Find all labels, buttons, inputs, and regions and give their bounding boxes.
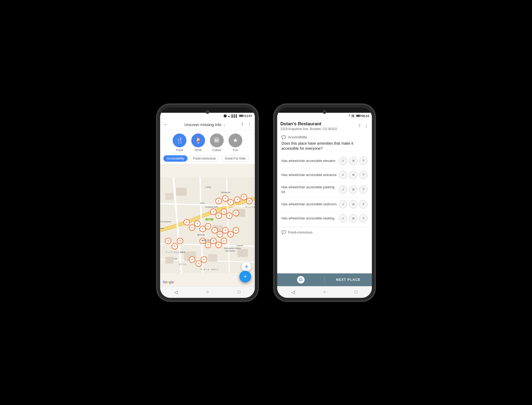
seating-yes-btn[interactable]: ✓ bbox=[339, 214, 347, 223]
wifi-icon: ▲ bbox=[228, 114, 231, 118]
seating-unknown-btn[interactable]: ? bbox=[359, 214, 368, 223]
more-icon-p2[interactable]: ⋮ bbox=[364, 123, 369, 128]
svg-text:+: + bbox=[219, 232, 221, 236]
p2-card: 💬 Accessibility Does this place have ame… bbox=[277, 132, 372, 273]
svg-rect-14 bbox=[237, 249, 248, 257]
restroom-yes-btn[interactable]: ✓ bbox=[339, 200, 347, 208]
elevator-unknown-btn[interactable]: ? bbox=[359, 157, 368, 165]
entrance-no-btn[interactable]: ✕ bbox=[349, 171, 358, 179]
category-culture[interactable]: 🏛 Culture bbox=[210, 133, 224, 152]
fun-label: Fun bbox=[233, 148, 238, 152]
parking-no-btn[interactable]: ✕ bbox=[349, 185, 358, 194]
google-g-icon: G bbox=[297, 276, 305, 283]
svg-text:+: + bbox=[167, 239, 169, 243]
restroom-unknown-btn[interactable]: ? bbox=[359, 200, 368, 208]
svg-text:Maruyama Coffee: Maruyama Coffee bbox=[224, 247, 241, 249]
recents-nav-button[interactable]: □ bbox=[234, 287, 244, 297]
more-icon[interactable]: ⋮ bbox=[247, 122, 252, 127]
back-button[interactable]: ← bbox=[163, 122, 168, 127]
food-icon: 🍴 bbox=[176, 137, 183, 144]
map-area[interactable]: + + + + + + bbox=[160, 164, 255, 286]
home-nav-button[interactable]: ○ bbox=[202, 287, 213, 297]
food-label: Food bbox=[176, 148, 183, 152]
page-title-text: Uncover missing info bbox=[184, 122, 221, 127]
p2-header-row: Dolan's Restaurant 2319 Arapahoe Ave, Bo… bbox=[277, 119, 372, 132]
home-nav-btn-p2[interactable]: ○ bbox=[319, 287, 330, 297]
accessibility-section-title: Accessibility bbox=[288, 135, 307, 139]
fun-icon-circle: ★ bbox=[228, 133, 242, 147]
entrance-yes-btn[interactable]: ✓ bbox=[339, 171, 347, 179]
svg-text:+: + bbox=[230, 201, 231, 204]
battery-icon-container bbox=[239, 114, 244, 118]
svg-rect-7 bbox=[165, 193, 173, 200]
svg-text:Gonpachi Nishi-: Gonpachi Nishi- bbox=[205, 206, 219, 208]
phone2-inner: 📍 ▌▌ 08:53 Dolan's Restaurant bbox=[277, 107, 372, 298]
page-title: Uncover missing info ▾ bbox=[184, 122, 225, 127]
restroom-label: Has wheelchair accessible restroom bbox=[281, 202, 339, 207]
culture-icon: 🏛 bbox=[214, 137, 220, 144]
seating-label: Has wheelchair accessible seating bbox=[281, 216, 339, 221]
category-list: 🍴 Food 🍹 Drink 🏛 Culture bbox=[160, 130, 255, 154]
entrance-label: Has wheelchair accessible entrance bbox=[281, 173, 339, 177]
svg-text:+: + bbox=[230, 232, 231, 236]
culture-label: Culture bbox=[212, 148, 221, 152]
filter-chips: Accessibility Food-conscious Great For K… bbox=[160, 154, 255, 164]
parking-yes-btn[interactable]: ✓ bbox=[339, 185, 347, 194]
svg-text:+: + bbox=[174, 244, 176, 248]
svg-text:+: + bbox=[191, 258, 193, 261]
google-logo-btn[interactable]: G bbox=[277, 276, 325, 283]
phone2-nav-bar: ◁ ○ □ bbox=[277, 286, 372, 298]
back-nav-btn-p2[interactable]: ◁ bbox=[288, 287, 298, 297]
svg-text:+: + bbox=[248, 199, 250, 203]
add-place-button[interactable]: + bbox=[239, 271, 251, 282]
seating-answer-btns: ✓ ✕ ? bbox=[339, 214, 368, 223]
food-conscious-filter-label: Food-conscious bbox=[193, 157, 216, 160]
question-row-restroom: Has wheelchair accessible restroom ✓ ✕ ? bbox=[281, 197, 368, 211]
svg-text:麻布食堂: 麻布食堂 bbox=[197, 234, 205, 236]
elevator-yes-btn[interactable]: ✓ bbox=[339, 157, 347, 165]
svg-text:+: + bbox=[203, 258, 205, 261]
svg-text:伝助: 伝助 bbox=[173, 258, 177, 260]
svg-text:+: + bbox=[214, 228, 215, 232]
next-place-button[interactable]: NEXT PLACE bbox=[325, 278, 372, 282]
dropdown-indicator[interactable]: ▾ bbox=[224, 124, 225, 127]
phone2-screen: 📍 ▌▌ 08:53 Dolan's Restaurant bbox=[277, 113, 372, 298]
phone-2: 📍 ▌▌ 08:53 Dolan's Restaurant bbox=[274, 104, 375, 301]
svg-text:+: + bbox=[207, 224, 209, 228]
map-roads: + + + + + + bbox=[160, 164, 255, 286]
culture-icon-circle: 🏛 bbox=[210, 133, 224, 147]
svg-text:+: + bbox=[218, 214, 219, 218]
share-icon[interactable]: ⤴ bbox=[241, 122, 243, 127]
share-icon-p2[interactable]: ⤴ bbox=[359, 123, 361, 128]
location-pin-icon: 📍 bbox=[348, 115, 351, 117]
elevator-no-btn[interactable]: ✕ bbox=[349, 157, 358, 165]
location-button[interactable]: ⊕ bbox=[242, 262, 251, 272]
time-display-p2: 08:53 bbox=[362, 114, 369, 118]
filter-accessibility[interactable]: Accessibility bbox=[163, 155, 188, 162]
seating-no-btn[interactable]: ✕ bbox=[349, 214, 358, 223]
svg-text:分とく山: 分とく山 bbox=[179, 263, 186, 265]
food-conscious-title: Food-conscious bbox=[288, 230, 313, 234]
svg-text:Cervescence: Cervescence bbox=[160, 221, 171, 223]
food-conscious-section: 💬 Food-conscious bbox=[277, 227, 372, 237]
recents-nav-btn-p2[interactable]: □ bbox=[351, 287, 361, 297]
filter-great-for-kids[interactable]: Great For Kids bbox=[221, 155, 249, 162]
question-row-parking: Has wheelchair accessible parking lot ✓ … bbox=[281, 182, 368, 197]
battery-fill-p2 bbox=[356, 115, 360, 116]
category-drink[interactable]: 🍹 Drink bbox=[191, 133, 205, 152]
back-nav-button[interactable]: ◁ bbox=[171, 287, 181, 297]
restroom-no-btn[interactable]: ✕ bbox=[349, 200, 358, 208]
filter-food-conscious[interactable]: Food-conscious bbox=[190, 155, 219, 162]
parking-unknown-btn[interactable]: ? bbox=[359, 185, 368, 194]
svg-text:+: + bbox=[212, 239, 214, 243]
elevator-label: Has wheelchair accessible elevator bbox=[281, 158, 339, 163]
phone1-screen: ⬤ ▲ ▌▌▌ 12:07 ← Unc bbox=[160, 113, 255, 298]
restroom-answer-btns: ✓ ✕ ? bbox=[339, 200, 368, 208]
food-conscious-section-header: 💬 Food-conscious bbox=[281, 230, 368, 234]
category-food[interactable]: 🍴 Food bbox=[173, 133, 186, 152]
entrance-unknown-btn[interactable]: ? bbox=[359, 171, 368, 179]
fun-icon: ★ bbox=[233, 137, 238, 144]
restaurant-address: 2319 Arapahoe Ave, Boulder, CO 80302 bbox=[280, 127, 359, 131]
phone1-status-icons: ⬤ ▲ ▌▌▌ 12:07 bbox=[223, 114, 252, 118]
category-fun[interactable]: ★ Fun bbox=[228, 133, 242, 152]
